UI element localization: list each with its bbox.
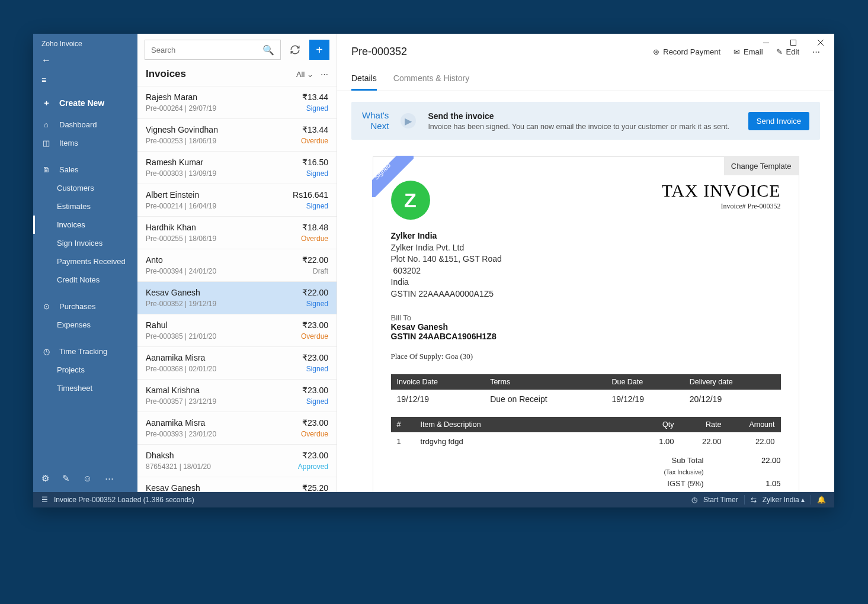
sidebar-item-credit-notes[interactable]: Credit Notes [33,271,137,289]
detail-title: Pre-000352 [351,46,407,58]
invoice-row[interactable]: Kamal Krishna₹23.00 Pre-000357 | 23/12/1… [137,379,337,412]
tab-comments[interactable]: Comments & History [393,68,469,91]
invoice-list[interactable]: Rajesh Maran₹13.44 Pre-000264 | 29/07/19… [137,86,337,492]
whats-next-label: What'sNext [362,110,389,131]
tab-details[interactable]: Details [351,68,377,91]
add-invoice-button[interactable]: + [309,40,329,60]
change-template-button[interactable]: Change Template [724,157,799,175]
invoice-row[interactable]: Albert EinsteinRs16.641 Pre-000214 | 16/… [137,184,337,216]
invoice-row[interactable]: Vignesh Govindhan₹13.44 Pre-000253 | 18/… [137,118,337,151]
invoice-row[interactable]: Aanamika Misra₹23.00 Pre-000368 | 02/01/… [137,346,337,379]
gear-icon[interactable]: ⚙ [41,473,49,484]
detail-pane: Pre-000352 ⊛Record Payment ✉Email ✎Edit … [337,34,834,492]
send-invoice-button[interactable]: Send Invoice [748,112,809,130]
detail-more-icon[interactable]: ⋯ [812,47,820,56]
status-message: Invoice Pre-000352 Loaded (1.386 seconds… [54,496,194,504]
status-bar: ☰ Invoice Pre-000352 Loaded (1.386 secon… [33,492,834,507]
invoice-row[interactable]: Hardhik Khan₹18.48 Pre-000255 | 18/06/19… [137,216,337,249]
refresh-button[interactable] [286,40,305,60]
clock-icon: ◷ [41,347,51,356]
invoice-row[interactable]: Rahul₹23.00 Pre-000385 | 21/01/20Overdue [137,314,337,346]
sidebar-item-timesheet[interactable]: Timesheet [33,379,137,397]
invoice-row[interactable]: Rajesh Maran₹13.44 Pre-000264 | 29/07/19… [137,86,337,118]
signed-ribbon: Signed [372,156,414,197]
whats-next-banner: What'sNext ▶ Send the invoice Invoice ha… [351,102,820,140]
stack-icon: ☰ [41,496,48,504]
search-input[interactable] [151,46,262,54]
currency-icon: ⊛ [653,47,659,56]
more-icon[interactable]: ⋯ [105,473,114,484]
invoice-row[interactable]: Dhaksh₹23.00 87654321 | 18/01/20Approved [137,444,337,477]
invoice-items-table: # Item & Description Qty Rate Amount 1 t… [391,417,781,451]
invoice-list-pane: 🔍 + Invoices All ⌄ ⋯ Rajesh Maran₹13.44 … [137,34,337,492]
document-icon: 🗎 [41,165,51,174]
sidebar-item-estimates[interactable]: Estimates [33,197,137,216]
arrow-icon: ▶ [401,113,416,128]
search-box[interactable]: 🔍 [145,40,281,60]
list-more-icon[interactable]: ⋯ [321,70,328,79]
org-switcher[interactable]: Zylker India ▴ [763,496,805,504]
sidebar-group-purchases[interactable]: ⊙ Purchases [33,297,137,316]
support-icon[interactable]: ☺ [83,473,92,484]
sidebar-item-expenses[interactable]: Expenses [33,316,137,334]
place-of-supply: Place Of Supply: Goa (30) [391,352,781,361]
detail-tabs: Details Comments & History [337,68,834,91]
sidebar-group-sales[interactable]: 🗎 Sales [33,160,137,179]
email-button[interactable]: ✉Email [734,47,763,56]
bell-icon[interactable]: 🔔 [817,496,826,504]
create-new-button[interactable]: ＋ Create New [33,91,137,115]
search-icon: 🔍 [262,44,274,56]
pencil-icon: ✎ [776,47,783,56]
invoice-row[interactable]: Kesav Ganesh₹25.20 [137,477,337,492]
totals-block: Sub Total22.00 (Tax Inclusive) IGST (5%)… [391,454,781,492]
start-timer-button[interactable]: Start Timer [703,496,738,504]
plus-icon: ＋ [41,98,51,108]
invoice-row[interactable]: Ramesh Kumar₹16.50 Pre-000303 | 13/09/19… [137,151,337,184]
sidebar-item-invoices[interactable]: Invoices [33,216,137,234]
sidebar-item-projects[interactable]: Projects [33,361,137,379]
app-title: Zoho Invoice [33,34,137,52]
sidebar-footer: ⚙ ✎ ☺ ⋯ [33,467,137,492]
sidebar-item-customers[interactable]: Customers [33,179,137,197]
company-block: Zylker India Zylker India Pvt. Ltd Plot … [391,230,781,300]
banner-heading: Send the invoice [428,111,729,121]
banner-body: Invoice has been signed. You can now ema… [428,123,729,131]
record-payment-button[interactable]: ⊛Record Payment [653,47,720,56]
timer-icon: ◷ [691,496,697,504]
invoice-preview: Change Template Signed Z TAX INVOICE Inv… [373,156,799,492]
chevron-down-icon: ⌄ [307,70,313,79]
sidebar: Zoho Invoice ← ≡ ＋ Create New ⌂ Dashboar… [33,34,137,492]
sidebar-item-items[interactable]: ◫ Items [33,134,137,152]
sidebar-item-dashboard[interactable]: ⌂ Dashboard [33,115,137,134]
app-window: Zoho Invoice ← ≡ ＋ Create New ⌂ Dashboar… [33,34,834,507]
list-title: Invoices [146,68,186,80]
invoice-row[interactable]: Anto₹22.00 Pre-000394 | 24/01/20Draft [137,249,337,281]
dollar-icon: ⊙ [41,302,51,311]
invoice-row[interactable]: Kesav Ganesh₹22.00 Pre-000352 | 19/12/19… [137,281,337,314]
mail-icon: ✉ [734,47,740,56]
hamburger-button[interactable]: ≡ [33,72,137,91]
swap-icon: ⇆ [751,496,757,504]
sidebar-group-time[interactable]: ◷ Time Tracking [33,342,137,361]
invoice-meta-table: Invoice Date Terms Due Date Delivery dat… [391,374,781,409]
sidebar-item-payments-received[interactable]: Payments Received [33,252,137,271]
list-filter[interactable]: All ⌄ [296,70,313,79]
tag-icon: ◫ [41,139,51,147]
back-button[interactable]: ← [33,52,137,72]
sidebar-item-sign-invoices[interactable]: Sign Invoices [33,234,137,252]
edit-button[interactable]: ✎Edit [776,47,799,56]
bill-to-block: Bill To Kesav Ganesh GSTIN 24AABCA1906H1… [391,313,781,341]
create-new-label: Create New [59,98,104,108]
invoice-row[interactable]: Aanamika Misra₹23.00 Pre-000393 | 23/01/… [137,412,337,444]
tax-invoice-title: TAX INVOICE [661,181,780,201]
signature-icon[interactable]: ✎ [62,473,70,484]
home-icon: ⌂ [41,120,51,129]
invoice-number: Invoice# Pre-000352 [661,202,780,211]
